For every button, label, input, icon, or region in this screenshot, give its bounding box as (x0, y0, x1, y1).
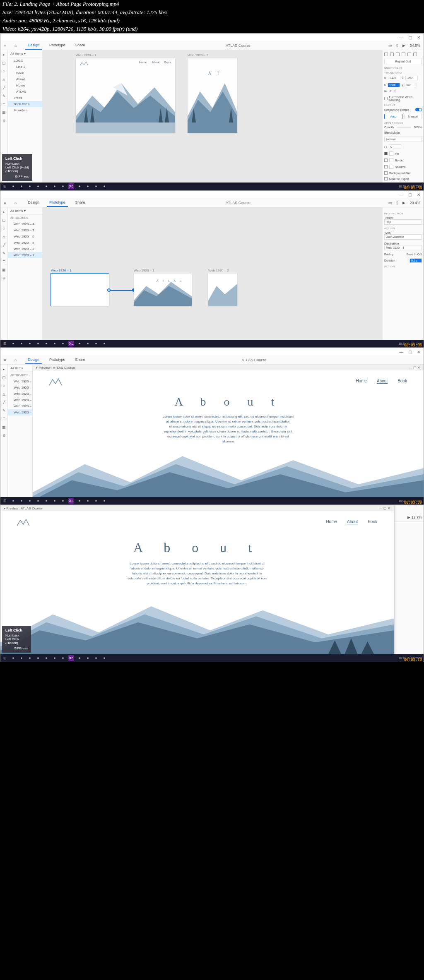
corner-icon[interactable]: ▢ (384, 145, 387, 149)
taskbar-app[interactable]: ● (52, 183, 58, 189)
taskbar-xd[interactable]: Xd (68, 498, 74, 504)
taskbar-app[interactable]: ● (19, 655, 24, 661)
minimize-icon[interactable]: — (399, 192, 403, 197)
artboard-label[interactable]: Web 1920 – 1 (76, 53, 96, 57)
rect-tool[interactable]: ▢ (2, 218, 6, 222)
nav-home[interactable]: Home (326, 519, 337, 524)
corner-input[interactable]: 0 (389, 144, 401, 149)
artboard-item[interactable]: Web 1920 – 6 (8, 391, 32, 397)
artboard-item[interactable]: Web 1920 – 4 (8, 221, 42, 227)
taskbar-app[interactable]: ● (43, 655, 49, 661)
taskbar-app[interactable]: ● (35, 183, 41, 189)
artboard-item-selected[interactable]: Web 1920 – 1 (8, 252, 42, 258)
export-checkbox[interactable] (384, 177, 388, 180)
close-icon[interactable]: ✕ (417, 192, 420, 197)
taskbar-app[interactable]: ● (35, 655, 41, 661)
taskbar-app[interactable]: ● (19, 341, 24, 346)
play-icon[interactable]: ▶ (402, 43, 405, 48)
taskbar-app[interactable]: ● (60, 183, 66, 189)
artboard-item[interactable]: Web 1920 – 3 (8, 227, 42, 233)
minimize-icon[interactable]: — (399, 35, 403, 40)
zoom-level[interactable]: 12.7% (411, 515, 422, 519)
ellipse-tool[interactable]: ○ (2, 69, 6, 73)
flip-h-icon[interactable]: ⇋ (384, 90, 387, 93)
taskbar-app[interactable]: ● (101, 655, 107, 661)
tab-design[interactable]: Design (25, 356, 42, 364)
layer-item[interactable]: Line 1 (8, 64, 42, 70)
rotate-icon[interactable]: ↻ (394, 90, 397, 93)
ellipse-tool[interactable]: ○ (2, 384, 6, 388)
layer-item-selected[interactable]: Back trees (8, 101, 42, 107)
start-icon[interactable]: ⊞ (2, 498, 8, 504)
home-icon[interactable]: ⌂ (14, 43, 21, 48)
nav-home[interactable]: Home (139, 61, 147, 64)
taskbar-app[interactable]: ● (52, 655, 58, 661)
taskbar-app[interactable]: ● (101, 183, 107, 189)
height-input[interactable]: 1366 (388, 83, 400, 87)
start-icon[interactable]: ⊞ (2, 183, 8, 189)
polygon-tool[interactable]: △ (2, 235, 6, 239)
close-icon[interactable]: ✕ (417, 35, 420, 40)
nav-about[interactable]: About (377, 379, 388, 384)
taskbar-app[interactable]: ● (27, 498, 33, 504)
nav-about[interactable]: About (152, 61, 159, 64)
hamburger-icon[interactable]: ≡ (4, 43, 10, 48)
taskbar-app[interactable]: ● (27, 183, 33, 189)
taskbar-app[interactable]: ● (77, 655, 82, 661)
layer-item[interactable]: About (8, 76, 42, 82)
text-tool[interactable]: T (2, 417, 6, 421)
zoom-level[interactable]: 34.5% (410, 43, 420, 48)
type-dropdown[interactable]: Auto-Animate (384, 234, 422, 240)
align-left-icon[interactable] (384, 53, 388, 56)
taskbar-xd[interactable]: Xd (68, 341, 74, 346)
border-checkbox[interactable] (384, 159, 388, 162)
taskbar-app[interactable]: ● (43, 341, 49, 346)
y-input[interactable]: 648 (405, 83, 417, 87)
layer-item[interactable]: Trees (8, 95, 42, 101)
artboard-item[interactable]: Web 1920 – 4 (8, 378, 32, 384)
taskbar-app[interactable]: ● (93, 498, 99, 504)
taskbar-app[interactable]: ● (35, 498, 41, 504)
maximize-icon[interactable]: ▢ (408, 192, 412, 197)
rect-tool[interactable]: ▢ (2, 375, 6, 380)
fill-checkbox[interactable] (384, 152, 388, 155)
flip-v-icon[interactable]: ⇵ (389, 90, 392, 93)
taskbar-app[interactable]: ● (77, 183, 82, 189)
artboard-label[interactable]: Web 1920 – 1 (134, 269, 154, 272)
tab-prototype[interactable]: Prototype (47, 199, 68, 207)
taskbar-xd[interactable]: Xd (68, 655, 74, 661)
nav-book[interactable]: Book (398, 379, 407, 384)
taskbar-app[interactable]: ● (93, 183, 99, 189)
line-tool[interactable]: ╱ (2, 400, 6, 404)
artboard-tool[interactable]: ▦ (2, 268, 6, 272)
fill-swatch[interactable] (389, 151, 393, 156)
artboard-label[interactable]: Web 1920 – 1 (51, 269, 72, 272)
select-tool[interactable]: ▸ (2, 367, 6, 371)
prototype-wire[interactable] (109, 290, 134, 291)
close-icon[interactable]: ✕ (417, 350, 420, 354)
pen-tool[interactable]: ✎ (2, 408, 6, 413)
select-tool[interactable]: ▸ (2, 210, 6, 214)
layer-item[interactable]: Book (8, 70, 42, 76)
mobile-preview-icon[interactable]: ▯ (396, 201, 398, 205)
taskbar-app[interactable]: ● (10, 655, 16, 661)
artboard-item[interactable]: Web 1920 – 2 (8, 246, 42, 252)
duration-input[interactable]: 0.6 s (410, 258, 422, 263)
width-input[interactable]: 2428 (388, 76, 400, 80)
tab-design[interactable]: Design (25, 41, 42, 50)
text-tool[interactable]: T (2, 102, 6, 106)
hamburger-icon[interactable]: ≡ (4, 358, 10, 362)
taskbar-app[interactable]: ● (101, 498, 107, 504)
auto-button[interactable]: Auto (384, 114, 402, 119)
taskbar-app[interactable]: ● (85, 341, 91, 346)
artboard-item[interactable]: Web 1920 – 6 (8, 233, 42, 240)
shadow-checkbox[interactable] (384, 165, 388, 168)
taskbar-app[interactable]: ● (60, 341, 66, 346)
easing-value[interactable]: Ease In-Out (407, 253, 422, 256)
tab-design[interactable]: Design (25, 199, 42, 207)
layer-item[interactable]: Mountain (8, 107, 42, 113)
taskbar-app[interactable]: ● (27, 655, 33, 661)
preview-maximize-icon[interactable]: ▢ (413, 366, 417, 370)
artboard-item-selected[interactable]: Web 1920 – 1 (8, 409, 32, 416)
home-icon[interactable]: ⌂ (14, 358, 21, 362)
